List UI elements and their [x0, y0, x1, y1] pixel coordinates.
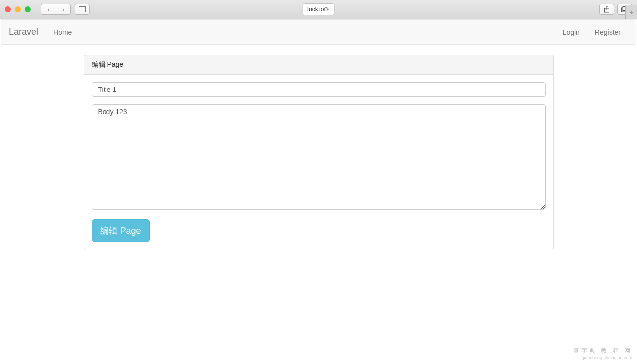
submit-button[interactable]: 编辑 Page [92, 219, 150, 242]
close-window-button[interactable] [5, 6, 11, 12]
edit-page-panel: 编辑 Page Body 123 编辑 Page [84, 55, 554, 250]
new-tab-button[interactable]: + [625, 5, 637, 19]
window-controls [5, 6, 31, 12]
body-form-group: Body 123 [92, 104, 546, 212]
share-icon [604, 6, 610, 13]
chevron-right-icon: › [62, 6, 64, 13]
watermark: 查字典 教 程 网 jiaocheng.chazidian.com [573, 347, 632, 360]
brand-link[interactable]: Laravel [9, 27, 46, 37]
minimize-window-button[interactable] [15, 6, 21, 12]
watermark-sub: jiaocheng.chazidian.com [573, 355, 632, 360]
svg-rect-0 [79, 7, 86, 12]
main-container: 编辑 Page Body 123 编辑 Page [84, 45, 554, 250]
title-form-group [92, 82, 546, 97]
plus-icon: + [629, 8, 633, 16]
watermark-main: 查字典 教 程 网 [573, 347, 632, 355]
nav-login-link[interactable]: Login [555, 28, 587, 36]
nav-register-link[interactable]: Register [587, 28, 628, 36]
body-textarea[interactable]: Body 123 [92, 104, 546, 210]
nav-buttons: ‹ › [41, 4, 71, 15]
main-navbar: Laravel Home Login Register [1, 19, 636, 45]
share-button[interactable] [599, 4, 614, 15]
sidebar-toggle-button[interactable] [75, 4, 90, 15]
page-content: Laravel Home Login Register 编辑 Page Body… [0, 19, 637, 250]
nav-home-link[interactable]: Home [46, 28, 79, 36]
forward-button[interactable]: › [56, 4, 71, 15]
browser-toolbar: ‹ › fuck.io ⟳ + [0, 0, 637, 19]
reload-icon[interactable]: ⟳ [324, 5, 330, 13]
url-text: fuck.io [307, 6, 324, 13]
panel-heading: 编辑 Page [84, 55, 553, 75]
back-button[interactable]: ‹ [41, 4, 56, 15]
panel-body: Body 123 编辑 Page [84, 75, 553, 250]
maximize-window-button[interactable] [25, 6, 31, 12]
title-input[interactable] [92, 82, 546, 97]
sidebar-icon [79, 6, 86, 12]
chevron-left-icon: ‹ [47, 6, 49, 13]
navbar-right: Login Register [555, 28, 628, 36]
address-bar[interactable]: fuck.io ⟳ [303, 3, 335, 15]
